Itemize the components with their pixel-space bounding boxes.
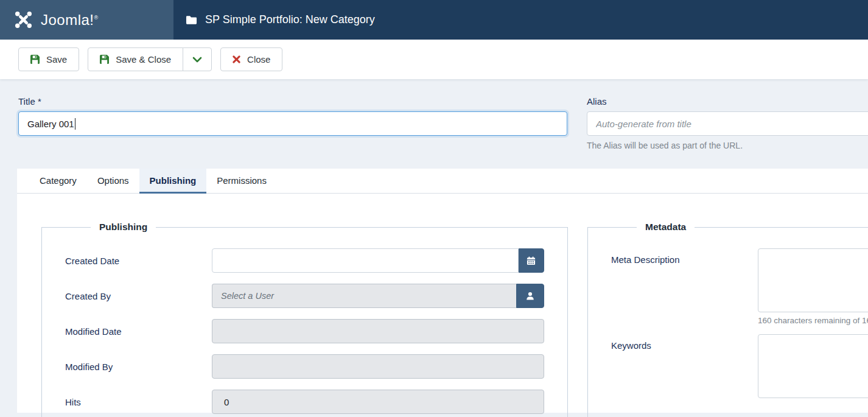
- page-header-title: SP Simple Portfolio: New Category: [173, 0, 375, 40]
- alias-help-text: The Alias will be used as part of the UR…: [587, 141, 868, 150]
- created-by-input: Select a User: [212, 284, 516, 308]
- alias-label: Alias: [587, 96, 868, 107]
- calendar-button[interactable]: [519, 248, 544, 273]
- page-title: SP Simple Portfolio: New Category: [205, 13, 375, 26]
- save-button[interactable]: Save: [18, 47, 79, 71]
- meta-description-row: Meta Description 160 characters remainin…: [611, 248, 868, 325]
- text-caret: [75, 118, 75, 130]
- modified-date-label: Modified Date: [65, 326, 212, 337]
- modified-by-input: [212, 354, 544, 379]
- tab-permissions[interactable]: Permissions: [206, 169, 277, 194]
- select-user-button[interactable]: [516, 284, 544, 308]
- toolbar: Save Save & Close: [0, 40, 868, 79]
- title-input[interactable]: Gallery 001: [18, 111, 567, 136]
- publishing-legend: Publishing: [91, 222, 156, 233]
- trademark: ®: [94, 15, 99, 21]
- tab-publishing[interactable]: Publishing: [139, 169, 207, 194]
- keywords-row: Keywords: [611, 334, 868, 398]
- joomla-logo-icon: [13, 10, 33, 30]
- folder-icon: [186, 15, 197, 25]
- save-and-close-button[interactable]: Save & Close: [88, 47, 183, 71]
- title-alias-section: Title * Gallery 001 Alias The Alias will…: [0, 79, 868, 169]
- modified-by-row: Modified By: [65, 354, 544, 379]
- title-label: Title *: [18, 96, 567, 107]
- hits-input: 0: [212, 390, 544, 414]
- save-icon: [100, 55, 109, 64]
- close-button[interactable]: Close: [220, 47, 282, 71]
- save-close-button-group: Save & Close: [88, 47, 212, 71]
- publishing-fieldset: Publishing Created Date: [41, 222, 568, 417]
- modified-by-label: Modified By: [65, 362, 212, 372]
- created-by-row: Created By Select a User: [65, 284, 544, 308]
- meta-description-textarea[interactable]: [758, 248, 868, 312]
- metadata-legend: Metadata: [637, 222, 695, 233]
- keywords-label: Keywords: [611, 334, 758, 351]
- hits-row: Hits 0: [65, 390, 544, 414]
- save-options-dropdown-toggle[interactable]: [183, 47, 212, 71]
- metadata-fieldset: Metadata Meta Description 160 characters…: [587, 222, 868, 417]
- joomla-logo-text: Joomla!®: [41, 12, 99, 29]
- meta-description-label: Meta Description: [611, 248, 758, 265]
- app-header: Joomla!® SP Simple Portfolio: New Catego…: [0, 0, 868, 40]
- calendar-icon: [527, 256, 536, 265]
- modified-date-row: Modified Date: [65, 319, 544, 343]
- close-x-icon: [233, 55, 240, 63]
- created-date-row: Created Date: [65, 248, 544, 273]
- hits-value: 0: [221, 397, 229, 407]
- joomla-logo-block: Joomla!®: [0, 0, 173, 40]
- tab-options[interactable]: Options: [87, 169, 139, 194]
- title-input-value: Gallery 001: [27, 119, 74, 129]
- keywords-textarea[interactable]: [758, 334, 868, 398]
- meta-description-counter: 160 characters remaining of 160: [758, 316, 868, 325]
- publishing-tab-content: Publishing Created Date: [17, 194, 868, 417]
- edit-form-card: Category Options Publishing Permissions …: [17, 169, 868, 413]
- hits-label: Hits: [65, 397, 212, 407]
- created-by-placeholder: Select a User: [221, 291, 274, 301]
- created-date-input[interactable]: [212, 248, 519, 273]
- save-icon: [30, 55, 40, 64]
- alias-input[interactable]: [587, 111, 868, 136]
- created-by-label: Created By: [65, 291, 212, 301]
- tab-bar: Category Options Publishing Permissions: [17, 169, 868, 194]
- save-and-close-label: Save & Close: [116, 54, 171, 65]
- created-date-input-group: [212, 248, 544, 273]
- modified-date-input: [212, 319, 544, 343]
- close-button-label: Close: [247, 54, 270, 65]
- created-by-input-group: Select a User: [212, 284, 544, 308]
- save-button-label: Save: [46, 54, 67, 65]
- tab-category[interactable]: Category: [29, 169, 87, 194]
- chevron-down-icon: [192, 57, 202, 63]
- created-date-label: Created Date: [65, 256, 212, 266]
- meta-description-field: 160 characters remaining of 160: [758, 248, 868, 325]
- user-icon: [525, 291, 535, 301]
